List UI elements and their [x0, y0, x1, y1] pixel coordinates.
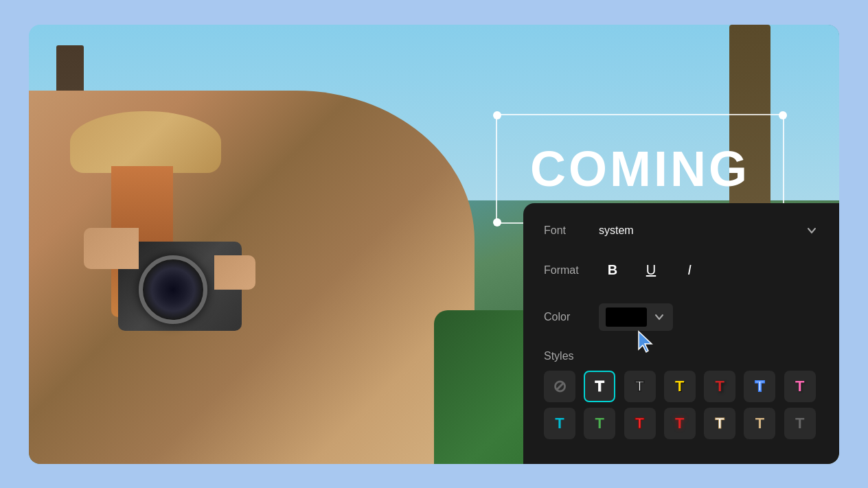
handle-top-right[interactable]	[779, 111, 787, 119]
format-buttons: B U I	[599, 257, 703, 284]
handle-top-left[interactable]	[493, 111, 501, 119]
style-white-box[interactable]: T	[584, 371, 615, 402]
style-dark-gray[interactable]: T	[784, 408, 816, 439]
underline-button[interactable]: U	[637, 257, 665, 284]
style-red-shadow[interactable]: T	[704, 371, 735, 402]
style-none[interactable]: ⊘	[544, 371, 575, 402]
handle-bottom-left[interactable]	[493, 218, 501, 226]
styles-grid: ⊘ T T T T T T	[544, 371, 819, 439]
style-green[interactable]: T	[584, 408, 615, 439]
style-orange[interactable]: T	[704, 408, 735, 439]
style-beige[interactable]: T	[744, 408, 775, 439]
hat	[70, 111, 221, 173]
properties-panel: Font system Format B U I Color	[523, 203, 839, 464]
camera-lens	[139, 255, 207, 324]
style-red-solid[interactable]: T	[624, 408, 656, 439]
color-label: Color	[544, 311, 599, 323]
style-pink[interactable]: T	[784, 371, 816, 402]
color-dropdown-chevron	[652, 310, 666, 324]
color-picker[interactable]	[599, 303, 673, 331]
style-dark-outline[interactable]: T	[624, 371, 656, 402]
left-hand	[84, 228, 139, 269]
canvas-text: COMING	[530, 141, 750, 197]
color-row: Color	[544, 303, 819, 331]
font-row: Font system	[544, 224, 819, 237]
style-blue-outline[interactable]: T	[744, 371, 775, 402]
styles-label: Styles	[544, 350, 819, 362]
format-row: Format B U I	[544, 257, 819, 284]
font-dropdown-chevron[interactable]	[805, 224, 819, 237]
font-label: Font	[544, 224, 599, 237]
style-red-outlined[interactable]: T	[664, 408, 696, 439]
style-yellow[interactable]: T	[664, 371, 696, 402]
main-container: COMING Font system Format B U I Color	[29, 25, 839, 464]
bold-button[interactable]: B	[599, 257, 626, 284]
italic-button[interactable]: I	[676, 257, 703, 284]
color-swatch	[606, 307, 647, 327]
style-cyan[interactable]: T	[544, 408, 575, 439]
font-value: system	[599, 224, 805, 237]
format-label: Format	[544, 264, 599, 277]
styles-section: Styles ⊘ T T T T T	[544, 350, 819, 439]
person-area	[29, 91, 475, 464]
right-hand	[214, 255, 255, 290]
